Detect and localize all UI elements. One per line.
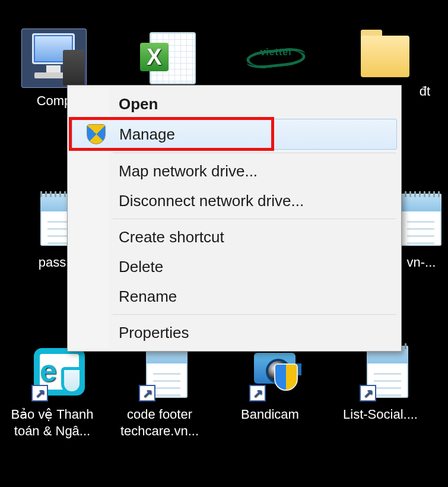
- context-menu-item-label: Disconnect network drive...: [119, 192, 304, 210]
- context-menu-item-label: Open: [119, 95, 158, 113]
- desktop-icon-label: List-Social....: [330, 406, 431, 423]
- context-menu-item-delete[interactable]: Delete: [70, 252, 399, 282]
- desktop-icon-excel[interactable]: X: [115, 29, 216, 93]
- shortcut-overlay-icon: ↗: [31, 385, 48, 401]
- desktop-icon-bandicam[interactable]: ↗ Bandicam: [220, 342, 320, 423]
- context-menu-item-map-drive[interactable]: Map network drive...: [70, 156, 399, 186]
- context-menu-item-rename[interactable]: Rename: [70, 282, 399, 311]
- desktop-icon-label: đt: [401, 83, 448, 100]
- context-menu-item-create-shortcut[interactable]: Create shortcut: [70, 222, 399, 252]
- desktop-icon-viettel[interactable]: viettel: [225, 29, 326, 93]
- context-menu-item-properties[interactable]: Properties: [70, 318, 399, 347]
- context-menu-item-disconnect-drive[interactable]: Disconnect network drive...: [70, 186, 399, 216]
- context-menu-item-manage[interactable]: Manage: [72, 119, 397, 150]
- desktop-icon-label: Bandicam: [220, 406, 320, 423]
- context-menu-item-label: Rename: [119, 287, 177, 306]
- shortcut-overlay-icon: ↗: [249, 385, 266, 401]
- context-menu-separator: [113, 153, 396, 153]
- context-menu-item-open[interactable]: Open: [70, 89, 399, 119]
- desktop-icon-label: Bảo vệ Thanh toán & Ngâ...: [0, 406, 106, 439]
- shortcut-overlay-icon: ↗: [139, 385, 155, 401]
- shortcut-overlay-icon: ↗: [360, 385, 376, 401]
- context-menu-item-label: Delete: [119, 258, 163, 276]
- desktop-icon-partial-1[interactable]: đt: [401, 83, 448, 100]
- context-menu-item-label: Manage: [119, 125, 175, 144]
- context-menu-separator: [113, 314, 396, 315]
- desktop-icon-label: code footer techcare.vn...: [109, 406, 210, 439]
- context-menu: Open Manage Map network drive... Disconn…: [67, 85, 402, 352]
- context-menu-item-label: Create shortcut: [119, 228, 224, 246]
- context-menu-separator: [113, 219, 396, 219]
- context-menu-item-label: Map network drive...: [119, 162, 258, 181]
- desktop-icon-list-social[interactable]: ↗ List-Social....: [330, 342, 431, 423]
- desktop-icon-eset[interactable]: e ↗ Bảo vệ Thanh toán & Ngâ...: [0, 342, 106, 439]
- context-menu-item-label: Properties: [119, 324, 189, 342]
- desktop-icon-code-footer[interactable]: ↗ code footer techcare.vn...: [109, 342, 210, 439]
- uac-shield-icon: [87, 124, 106, 144]
